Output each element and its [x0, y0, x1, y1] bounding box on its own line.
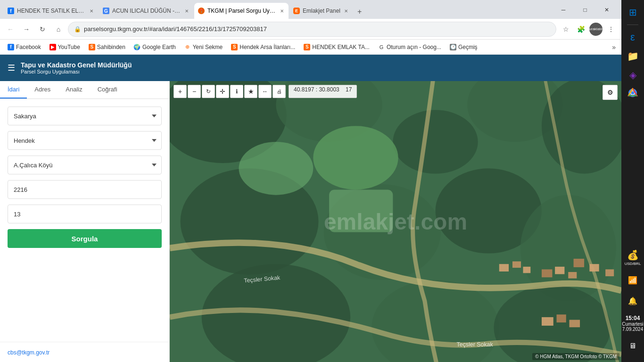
- measure-button[interactable]: ↔: [258, 85, 272, 98]
- profile-button[interactable]: Duraklatıldı: [589, 23, 603, 36]
- svg-rect-22: [574, 259, 585, 267]
- bookmark-google-earth[interactable]: 🌍 Google Earth: [130, 43, 180, 51]
- notification-icon-symbol: 🔔: [628, 296, 637, 305]
- new-tab-button[interactable]: +: [354, 6, 365, 18]
- taskbar-vs-icon[interactable]: ◈: [624, 66, 641, 83]
- tab-bar: f HENDEK TE SATILK ELMAK GA... ✕ G ACUN …: [0, 0, 621, 19]
- print-button[interactable]: 🖨: [272, 85, 286, 98]
- bookmark-hendek-emlak[interactable]: S HENDEK EMLAK TA...: [300, 43, 373, 51]
- svg-rect-24: [605, 269, 614, 276]
- clock-day: Cumartesi: [622, 321, 644, 327]
- bookmark-oturum-ac[interactable]: G Oturum açın - Goog...: [374, 43, 445, 51]
- star-button[interactable]: ☆: [559, 23, 572, 36]
- tab-4-title: Emlakjet Panel: [303, 8, 340, 14]
- sahibinden-icon: S: [89, 44, 95, 50]
- svg-rect-23: [589, 264, 599, 272]
- tab-idari[interactable]: İdari: [0, 81, 27, 99]
- footer-email-link[interactable]: cbs@tkgm.gov.tr: [8, 349, 50, 356]
- bookmark-youtube[interactable]: ▶ YouTube: [46, 43, 84, 51]
- bookmark-facebook[interactable]: f Facebook: [4, 43, 45, 51]
- hendek-arsa-icon: S: [231, 44, 238, 50]
- tab-2-close[interactable]: ✕: [184, 8, 190, 15]
- tab-1-close[interactable]: ✕: [89, 8, 94, 15]
- favorite-button[interactable]: ★: [244, 85, 257, 98]
- tab-3-close[interactable]: ✕: [279, 8, 285, 15]
- maximize-button[interactable]: □: [574, 3, 596, 17]
- minimize-button[interactable]: ─: [553, 3, 574, 17]
- back-button[interactable]: ←: [4, 23, 17, 36]
- profile-label: Duraklatıldı: [586, 27, 605, 31]
- tab-4-close[interactable]: ✕: [343, 8, 349, 15]
- svg-point-13: [313, 126, 398, 189]
- refresh-map-button[interactable]: ↻: [202, 85, 215, 98]
- bookmarks-more-button[interactable]: »: [610, 42, 618, 52]
- province-select[interactable]: Sakarya: [8, 107, 162, 125]
- forward-button[interactable]: →: [20, 23, 33, 36]
- menu-button[interactable]: ⋮: [604, 23, 618, 36]
- tab-4-favicon: E: [293, 8, 300, 14]
- hamburger-menu-button[interactable]: ☰: [8, 63, 15, 73]
- windows-icon: ⊞: [629, 7, 637, 18]
- crosshair-button[interactable]: ✛: [216, 85, 229, 98]
- taskbar-clock[interactable]: 15:04 Cumartesi 7.09.2024: [620, 313, 644, 334]
- map-toolbar: + − ↻ ✛ ℹ ★ ↔ 🖨 40.8197 : 30.8003 17: [173, 85, 357, 100]
- facebook-icon: f: [8, 44, 14, 50]
- tab-adres[interactable]: Adres: [27, 81, 58, 99]
- bookmark-yeni-sekme[interactable]: ⊕ Yeni Sekme: [181, 43, 227, 51]
- taskbar: ⊞ ε 📁 ◈ 💰 USD/BRL 📶: [621, 0, 644, 362]
- block-input[interactable]: [8, 205, 162, 223]
- address-bar[interactable]: 🔒 parselsorgu.tkgm.gov.tr/#ara/idari/146…: [68, 22, 556, 37]
- info-button[interactable]: ℹ: [230, 85, 243, 98]
- nav-bar: ← → ↻ ⌂ 🔒 parselsorgu.tkgm.gov.tr/#ara/i…: [0, 19, 621, 40]
- home-button[interactable]: ⌂: [52, 23, 65, 36]
- yeni-sekme-icon: ⊕: [184, 44, 191, 50]
- tab-2-title: ACUN ILICALI DÜĞÜN - Googl...: [112, 8, 181, 14]
- google-icon: G: [378, 44, 385, 50]
- youtube-icon: ▶: [50, 44, 56, 50]
- taskbar-notification-icon[interactable]: 🔔: [624, 292, 641, 309]
- app-content: ☰ Tapu ve Kadastro Genel Müdürlüğü Parse…: [0, 55, 621, 362]
- tab-2-favicon: G: [103, 8, 109, 14]
- bookmark-gecmis-label: Geçmiş: [458, 44, 478, 50]
- taskbar-folder-icon[interactable]: 📁: [624, 48, 641, 65]
- show-desktop-button[interactable]: 🖥: [624, 337, 641, 354]
- svg-rect-21: [568, 272, 577, 279]
- wifi-icon[interactable]: 📶: [624, 272, 641, 288]
- tab-2[interactable]: G ACUN ILICALI DÜĞÜN - Googl... ✕: [99, 3, 193, 19]
- zoom-out-button[interactable]: −: [188, 85, 201, 98]
- district-select[interactable]: Hendek: [8, 131, 162, 150]
- zoom-level: 17: [346, 86, 352, 93]
- extensions-button[interactable]: 🧩: [574, 23, 587, 36]
- tab-1-title: HENDEK TE SATILK ELMAK GA...: [17, 8, 86, 14]
- tab-4[interactable]: E Emlakjet Panel ✕: [289, 3, 353, 19]
- bookmark-hendek-arsa[interactable]: S Hendek Arsa İlanları...: [227, 43, 299, 51]
- tab-3[interactable]: 📍 TKGM | Parsel Sorgu Uygulaması ✕: [194, 3, 289, 19]
- tab-3-favicon: 📍: [198, 8, 205, 14]
- taskbar-chrome-icon[interactable]: [624, 85, 641, 102]
- currency-label: USD/BRL: [625, 262, 641, 266]
- taskbar-system-tray: 💰 USD/BRL 📶 🔔 15:04 Cumartesi 7.09.2024 …: [620, 247, 644, 358]
- bookmark-sahibinden[interactable]: S Sahibinden: [85, 43, 129, 51]
- taskbar-windows-button[interactable]: ⊞: [624, 4, 641, 21]
- parcel-input[interactable]: [8, 180, 162, 199]
- tab-analiz[interactable]: Analiz: [58, 81, 90, 99]
- map-coords: 40.8197 : 30.8003 17: [289, 85, 357, 98]
- bookmark-youtube-label: YouTube: [58, 44, 80, 50]
- svg-rect-27: [570, 320, 580, 328]
- refresh-button[interactable]: ↻: [36, 23, 49, 36]
- app-title-sub: Parsel Sorgu Uygulaması: [21, 69, 132, 74]
- usd-brl-icon[interactable]: 💰 USD/BRL: [624, 247, 641, 268]
- close-button[interactable]: ✕: [596, 3, 618, 17]
- app-header: ☰ Tapu ve Kadastro Genel Müdürlüğü Parse…: [0, 55, 621, 81]
- tab-cografi[interactable]: Coğrafi: [90, 81, 125, 99]
- zoom-in-button[interactable]: +: [173, 85, 187, 98]
- sorgula-button[interactable]: Sorgula: [8, 229, 162, 248]
- taskbar-edge-icon[interactable]: ε: [624, 29, 641, 46]
- tab-1[interactable]: f HENDEK TE SATILK ELMAK GA... ✕: [4, 3, 98, 19]
- bookmark-hendek-arsa-label: Hendek Arsa İlanları...: [239, 44, 295, 50]
- sidebar-form: Sakarya Hendek A.Çalıca Köyü Sorgula: [0, 99, 169, 342]
- neighborhood-select[interactable]: A.Çalıca Köyü: [8, 156, 162, 174]
- bookmark-gecmis[interactable]: 🕐 Geçmiş: [446, 43, 481, 51]
- map-settings-button[interactable]: ⚙: [603, 85, 618, 100]
- browser-window: f HENDEK TE SATILK ELMAK GA... ✕ G ACUN …: [0, 0, 621, 362]
